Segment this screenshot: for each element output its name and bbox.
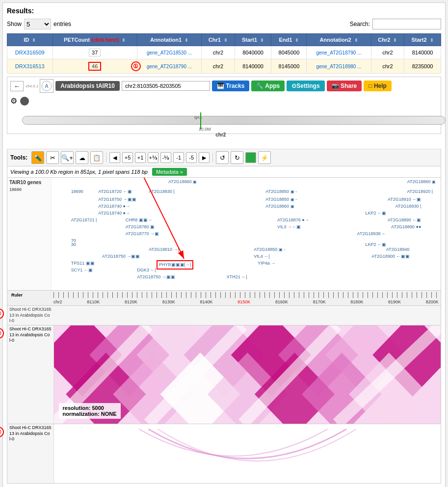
gene-at2g18850-2: AT2G18850 ▣→ (265, 196, 298, 203)
nav-minus13-btn[interactable]: -⅓ (160, 152, 171, 163)
share-icon: 📷 (332, 82, 339, 89)
step-circle-3: ③ (0, 328, 4, 339)
ruler-8160k: 8160K (275, 299, 288, 304)
help-button[interactable]: □ Help (364, 81, 392, 91)
gene-phyb: PHYB▣▣▣|→| (157, 260, 193, 270)
hic-heatmap: resolution: 5000 normalization: NONE (54, 325, 441, 424)
arc-svg (54, 424, 441, 483)
ruler-label: Ruler (9, 292, 53, 298)
col-start2[interactable]: Start2 ⇕ (404, 34, 441, 46)
version-tag: v54.0.1 (26, 84, 38, 88)
circle-toggle[interactable] (20, 97, 29, 106)
separator2 (212, 153, 213, 162)
col-chr2[interactable]: Chr2 ⇕ (371, 34, 404, 46)
col-end1[interactable]: End1 ⇕ (271, 34, 307, 46)
gene-at2g18860-r: AT2G18860 ▣ (407, 179, 436, 185)
gene-at2g18810: AT2G18810 →| (149, 246, 179, 253)
ruler-8140k: 8140K (200, 299, 212, 304)
gear-icon[interactable]: ⚙ (10, 96, 17, 106)
browser-toolbar: ← v54.0.1 A Arabidopsis tAIR10 🎹 Tracks … (7, 77, 441, 95)
ruler-8110k: 8110K (87, 299, 100, 304)
tracks-button[interactable]: 🎹 Tracks (212, 81, 249, 91)
row1-annotation2-link[interactable]: gene_AT2G18790 ... (316, 50, 361, 55)
search-input[interactable] (372, 19, 441, 29)
refresh-btn[interactable]: ↺ (216, 151, 229, 164)
hic-track-1-container: ② Shoot Hi-C DRX316513 in Arabidopsis Co… (7, 306, 441, 325)
table-row: DRX316513 46 ① gene_AT2G18790 ... chr2 8… (7, 59, 441, 74)
chr-label: chr2 (215, 132, 226, 137)
nav-plus5-btn[interactable]: +5 (122, 152, 133, 163)
hic-track-3-label: Shoot Hi-C DRX316513 in Arabidopsis Col-… (7, 424, 54, 483)
col-annotation2[interactable]: Annotation2 ⇕ (307, 34, 371, 46)
row1-id-link[interactable]: DRX316509 (15, 50, 45, 55)
hic-track-1: Shoot Hi-C DRX316513 in Arabidopsis Col-… (7, 306, 441, 325)
gene-at2g18938: AT2G18938 ← (357, 231, 386, 237)
results-title: Results: (7, 7, 441, 15)
settings-button[interactable]: ⊙Settings (287, 81, 324, 91)
row2-annotation1-link[interactable]: gene_AT2G18790 ... (147, 64, 192, 69)
gene-at2g18720: AT2G18720 ←▣ (98, 189, 132, 195)
back-button[interactable]: ← (10, 81, 24, 91)
nav-minus5-btn[interactable]: -5 (186, 152, 197, 163)
nav-right-btn[interactable]: ▶ (199, 152, 210, 163)
row2-annotation2-link[interactable]: gene_AT2G18980 ... (316, 64, 361, 69)
gene-at2g18750-3: AT2G18750 →▣▣ (137, 274, 175, 280)
controls-row: Show 5 10 25 50 100 entries Search: (7, 19, 441, 29)
col-start1[interactable]: Start1 ⇕ (235, 34, 271, 46)
metadata-button[interactable]: Metadata » (152, 168, 187, 176)
lightning-btn[interactable]: ⚡ (258, 151, 271, 164)
gene-at2g18740-1: AT2G18740 ●→ (98, 203, 130, 210)
tool-select-btn[interactable]: ✂ (46, 151, 59, 164)
color-btn[interactable] (245, 152, 256, 163)
gene-at2g18750-2: AT2G18750 →▣▣ (102, 253, 140, 260)
ruler-8180k: 8180K (350, 299, 363, 304)
gene-AT2G18860-top: AT2G18860 ▣ (168, 179, 197, 185)
row1-petcount: 37 (89, 49, 101, 56)
col-chr1[interactable]: Chr1 ⇕ (202, 34, 235, 46)
gene-at2g18740-2: AT2G18740 ●→ (98, 210, 130, 216)
hic-track-3: Shoot Hi-C DRX316513 in Arabidopsis Col-… (7, 424, 441, 484)
step-circle-2: ② (0, 308, 4, 319)
col-id[interactable]: ID ⇕ (7, 34, 53, 46)
row2-start1: 8140000 (235, 59, 271, 74)
gene-at2g18721: AT2G18721 | (71, 217, 97, 223)
share-button[interactable]: 📷 Share (327, 81, 362, 91)
table-row: DRX316509 37 gene_AT2G18530 ... chr2 804… (7, 46, 441, 59)
nav-minus1-btn[interactable]: -1 (173, 152, 184, 163)
logo-icon: A (41, 81, 52, 91)
row1-end1: 8045000 (271, 46, 307, 59)
genome-settings-row: ⚙ (7, 95, 441, 107)
nav-plus1-btn[interactable]: +1 (135, 152, 146, 163)
track-offset: 18690 (9, 187, 49, 192)
gene-xth21: XTH21 ←| (227, 274, 247, 280)
row1-chr2: chr2 (371, 46, 404, 59)
nav-plus13-btn[interactable]: +⅓ (148, 152, 158, 163)
organism-badge: Arabidopsis tAIR10 (55, 81, 120, 91)
gene-lkp2-1: LKP2 ←▣ (365, 210, 386, 216)
row2-petcount: 46 (88, 62, 101, 71)
tool-highlight-btn[interactable]: 🔦 (31, 151, 44, 164)
gene-at2g18940: AT2G18940 (386, 246, 410, 253)
ruler-chr2: chr2 (53, 299, 62, 304)
region-input[interactable] (122, 81, 210, 91)
entries-select[interactable]: 5 10 25 50 100 (24, 19, 51, 29)
gene-at2g18910: AT2G18910 ←▣ (388, 196, 421, 203)
row1-annotation1-link[interactable]: gene_AT2G18530 ... (147, 50, 192, 55)
hic-track-3-container: ④ Shoot Hi-C DRX316513 in Arabidopsis Co… (7, 424, 441, 484)
tracks-icon: 🎹 (217, 82, 224, 89)
search-label: Search: (350, 21, 370, 27)
gene-dgk3: DGK3 ←| (137, 267, 156, 273)
gene-at2g18930: AT2G18930 | (395, 203, 422, 210)
entries-label: entries (53, 21, 71, 27)
row2-id-link[interactable]: DRX316513 (15, 63, 45, 69)
tool-zoom-btn[interactable]: 🔍+ (61, 151, 74, 164)
tool-weather-btn[interactable]: ☁ (76, 151, 88, 164)
apps-button[interactable]: 🔧 Apps (251, 81, 285, 91)
redo-btn[interactable]: ↻ (231, 151, 243, 164)
tool-extra-btn[interactable]: 📋 (90, 151, 103, 164)
track-name: TAIR10 genes (9, 180, 49, 185)
nav-left-btn[interactable]: ◀ (109, 152, 120, 163)
col-annotation1[interactable]: Annotation1 ⇕ (137, 34, 201, 46)
col-petcount[interactable]: PETCount (click here!) ⇕ (53, 34, 137, 46)
hic-track-2-container: ③ Shoot Hi-C DRX316513 in Arabidopsis Co… (7, 325, 441, 424)
